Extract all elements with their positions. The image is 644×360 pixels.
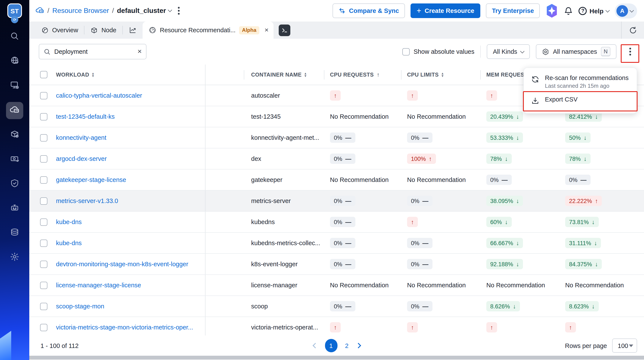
row-checkbox[interactable] [40,113,48,120]
row-checkbox[interactable] [40,218,48,226]
notifications-bell-icon[interactable] [564,6,573,15]
show-absolute-values-toggle[interactable]: Show absolute values [402,48,474,55]
table-row[interactable]: konnectivity-agent konnectivity-agent-me… [29,127,644,148]
workload-link[interactable]: scoop-stage-mon [56,303,104,310]
search-input[interactable] [54,48,134,55]
breadcrumb-section-link[interactable]: Resource Browser [52,7,109,15]
sidebar-item-resource-browser[interactable] [6,102,23,119]
previous-page-icon[interactable] [312,343,318,348]
row-checkbox[interactable] [40,197,48,204]
workload-link[interactable]: calico-typha-vertical-autoscaler [56,92,142,99]
cpu-requests-cell: No Recommendation [324,176,401,184]
cpu-limits-cell: No Recommendation [401,176,480,184]
workload-link[interactable]: test-12345-default-ks [56,113,114,120]
row-checkbox[interactable] [40,303,48,310]
rows-per-page-select[interactable]: 100 [612,339,637,353]
workload-link[interactable]: argocd-dex-server [56,155,106,162]
sidebar: ST ⟳ [0,0,29,360]
sidebar-item-search[interactable] [6,28,23,46]
row-checkbox[interactable] [40,282,48,289]
sidebar-item-devices[interactable] [6,77,23,95]
row-checkbox[interactable] [40,92,48,99]
try-enterprise-button[interactable]: Try Enterprise [486,3,540,18]
create-resource-button[interactable]: + Create Resource [410,3,480,18]
select-all-checkbox[interactable] [40,71,48,78]
table-row[interactable]: metrics-server-v1.33.0 metrics-server 0%… [29,190,644,212]
workload-link[interactable]: kube-dns [56,218,82,225]
table-row[interactable]: victoria-metrics-stage-mon-victoria-metr… [29,317,644,336]
row-checkbox[interactable] [40,176,48,183]
sidebar-item-security[interactable] [6,176,23,193]
next-page-icon[interactable] [356,343,361,348]
table-row[interactable]: kube-dns kubedns-metrics-collec... 0%— 0… [29,233,644,254]
checkbox[interactable] [402,48,410,55]
row-checkbox[interactable] [40,155,48,162]
help-menu[interactable]: ? Help [579,7,609,15]
breadcrumb-kebab-menu[interactable] [175,4,183,17]
kinds-filter-dropdown[interactable]: All Kinds [487,44,530,59]
table-options-menu: Re-scan for recommendations Last scanned… [524,67,637,114]
workload-link[interactable]: victoria-metrics-stage-mon-victoria-metr… [56,324,193,331]
horizontal-scrollbar[interactable] [29,356,644,360]
table-row[interactable]: license-manager-stage-license license-ma… [29,275,644,296]
page-button-2[interactable]: 2 [345,342,348,349]
table-row[interactable]: argocd-dex-server dex 0%— 100%↑ 78%↓ 78%… [29,148,644,170]
row-checkbox[interactable] [40,324,48,331]
tab-cluster-terminal[interactable] [274,21,296,39]
kebab-icon [630,48,631,55]
mem-requests-cell: 8.626%↓ [480,301,559,311]
column-header-workload[interactable]: WORKLOAD▴▾↑ [29,64,206,85]
ai-sparkle-icon[interactable] [546,3,558,18]
sidebar-item-packages[interactable] [6,127,23,144]
workload-link[interactable]: konnectivity-agent [56,134,106,141]
tab-resource-recommendations[interactable]: Resource Recommendati... Alpha × [142,21,274,39]
column-header-cpu-limits[interactable]: CPU LIMITS▴▾↑ [401,64,480,85]
cpu-requests-cell: 0%— [324,154,401,164]
workload-link[interactable]: metrics-server-v1.33.0 [56,197,118,204]
tab-node[interactable]: Node [85,21,122,39]
sidebar-item-settings[interactable] [6,249,23,266]
mem-limits-cell: 0%— [559,175,644,185]
workload-cell: kube-dns [29,212,206,232]
page-button-1[interactable]: 1 [325,339,337,352]
tab-monitoring[interactable] [123,21,142,39]
compare-sync-button[interactable]: Compare & Sync [332,3,405,18]
workload-link[interactable]: gatekeeper-stage-license [56,176,126,183]
column-header-cpu-requests[interactable]: CPU REQUESTS▴▾↑ [324,64,401,85]
table-row[interactable]: kube-dns kubedns 0%— ↑ 60%↓ 73.81%↓ [29,212,644,233]
table-options-kebab-button[interactable] [622,44,638,59]
divider [480,46,481,58]
menu-item-export-csv[interactable]: Export CSV [524,92,637,110]
resource-browser-window: ST ⟳ / Resource Browser / def [0,0,644,360]
sidebar-item-bot[interactable] [6,200,23,217]
cpu-requests-cell: 0%— [324,301,401,311]
table-row[interactable]: devtron-monitoring-stage-mon-k8s-event-l… [29,254,644,275]
row-checkbox[interactable] [40,239,48,247]
sidebar-item-global-config[interactable] [6,53,23,70]
user-menu[interactable]: A [615,3,637,18]
workload-cell: kube-dns [29,233,206,253]
column-header-container-name[interactable]: CONTAINER NAME▴▾↑ [244,64,324,85]
menu-item-rescan[interactable]: Re-scan for recommendations Last scanned… [524,71,637,92]
namespace-filter-dropdown[interactable]: All namespaces N [536,44,616,59]
row-checkbox[interactable] [40,134,48,141]
mem-limits-cell: 73.81%↓ [559,217,644,227]
table-row[interactable]: scoop-stage-mon scoop 0%— 0%— 8.626%↓ 8.… [29,296,644,317]
sidebar-item-stack[interactable] [6,224,23,242]
sidebar-item-cost[interactable] [6,151,23,168]
workload-link[interactable]: devtron-monitoring-stage-mon-k8s-event-l… [56,261,188,268]
workload-cell: devtron-monitoring-stage-mon-k8s-event-l… [29,254,206,274]
workload-cell: test-12345-default-ks [29,106,206,127]
workload-link[interactable]: license-manager-stage-license [56,282,141,289]
row-checkbox[interactable] [40,260,48,268]
app-logo[interactable]: ST ⟳ [6,3,23,22]
gauge-icon [148,26,156,34]
close-tab-icon[interactable]: × [264,27,268,33]
workload-link[interactable]: kube-dns [56,240,82,246]
cpu-limits-cell: No Recommendation [401,113,480,120]
tab-overview[interactable]: Overview [35,21,84,39]
refresh-button[interactable] [622,26,644,34]
table-row[interactable]: gatekeeper-stage-license gatekeeper No R… [29,170,644,190]
cluster-selector[interactable]: default_cluster [117,7,172,15]
clear-search-icon[interactable]: × [138,47,142,56]
